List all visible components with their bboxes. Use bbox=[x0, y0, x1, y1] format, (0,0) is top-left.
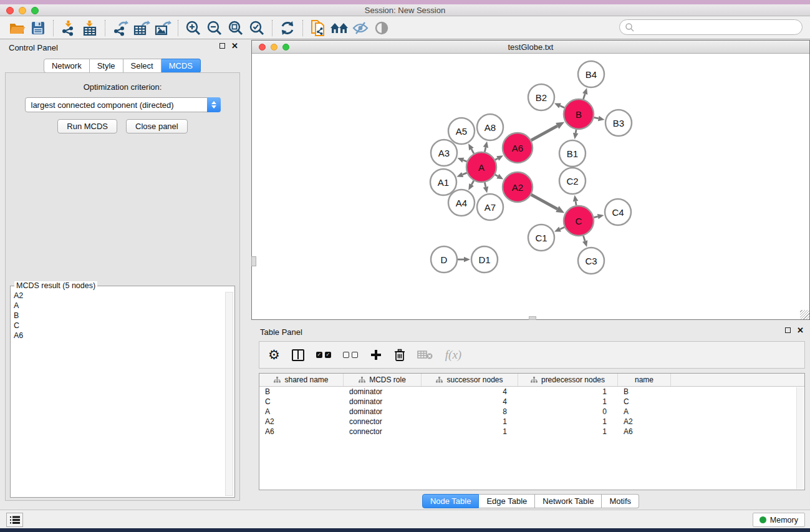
node-table[interactable]: shared nameMCDS rolesuccessor nodesprede… bbox=[259, 373, 805, 490]
cell-shared-name[interactable]: A6 bbox=[259, 427, 344, 436]
cell-predecessor-nodes[interactable]: 1 bbox=[518, 387, 618, 396]
export-network-icon[interactable] bbox=[110, 19, 131, 37]
tab-network-table[interactable]: Network Table bbox=[535, 494, 602, 508]
result-scrollbar[interactable] bbox=[225, 292, 233, 496]
close-panel-button[interactable]: Close panel bbox=[126, 119, 188, 133]
close-panel-icon[interactable]: ✕ bbox=[797, 327, 804, 333]
graph-node-D[interactable]: D bbox=[431, 246, 457, 273]
edge-C-C3[interactable] bbox=[582, 236, 587, 247]
table-row[interactable]: A2connector11A2 bbox=[259, 417, 804, 427]
cell-predecessor-nodes[interactable]: 0 bbox=[518, 407, 618, 416]
hide-selected-icon[interactable] bbox=[350, 19, 371, 37]
column-header-name[interactable]: name bbox=[618, 374, 671, 386]
add-row-icon[interactable] bbox=[370, 346, 382, 364]
edge-A-A4[interactable] bbox=[468, 181, 474, 190]
edge-A-A3[interactable] bbox=[457, 158, 466, 163]
cell-shared-name[interactable]: C bbox=[259, 397, 344, 406]
network-canvas[interactable]: B4B2BB3A5A8A6B1A3AC2A1A2A4A7C4CC1DD1C3 bbox=[252, 54, 809, 319]
minimize-network-button[interactable] bbox=[271, 44, 277, 51]
dropdown-stepper-icon[interactable] bbox=[207, 97, 221, 112]
run-mcds-button[interactable]: Run MCDS bbox=[57, 119, 117, 133]
import-network-icon[interactable] bbox=[58, 19, 79, 37]
result-item[interactable]: A bbox=[14, 301, 234, 311]
graph-node-A1[interactable]: A1 bbox=[430, 169, 456, 195]
delete-row-icon[interactable] bbox=[394, 346, 405, 364]
result-item[interactable]: A2 bbox=[14, 291, 234, 301]
export-image-icon[interactable] bbox=[152, 19, 173, 37]
tab-select[interactable]: Select bbox=[123, 59, 162, 73]
cell-name[interactable]: A2 bbox=[618, 417, 671, 426]
table-row[interactable]: Bdominator41B bbox=[259, 387, 804, 397]
cell-successor-nodes[interactable]: 4 bbox=[422, 387, 518, 396]
table-scrollbar[interactable] bbox=[796, 387, 804, 489]
graph-node-A[interactable]: A bbox=[466, 152, 496, 182]
edge-B-B2[interactable] bbox=[554, 103, 564, 108]
select-all-rows-icon[interactable]: ✓✓ bbox=[316, 346, 331, 364]
task-history-button[interactable] bbox=[6, 513, 23, 527]
edge-C-C2[interactable] bbox=[573, 195, 578, 206]
zoom-out-icon[interactable] bbox=[204, 19, 225, 37]
zoom-in-icon[interactable] bbox=[183, 19, 204, 37]
table-row[interactable]: A6connector11A6 bbox=[259, 427, 804, 437]
graph-node-B4[interactable]: B4 bbox=[578, 61, 604, 87]
column-header-shared-name[interactable]: shared name bbox=[259, 374, 344, 386]
cell-shared-name[interactable]: A bbox=[259, 407, 344, 416]
zoom-selected-icon[interactable] bbox=[246, 19, 268, 37]
edge-A2-C[interactable] bbox=[531, 195, 564, 213]
network-window-titlebar[interactable]: testGlobe.txt bbox=[252, 41, 809, 54]
export-table-icon[interactable] bbox=[131, 19, 152, 37]
cell-MCDS-role[interactable]: connector bbox=[344, 417, 422, 426]
close-network-button[interactable] bbox=[259, 44, 266, 51]
cell-predecessor-nodes[interactable]: 1 bbox=[518, 417, 618, 426]
tab-edge-table[interactable]: Edge Table bbox=[479, 494, 535, 508]
graph-node-C2[interactable]: C2 bbox=[559, 168, 586, 194]
save-session-icon[interactable] bbox=[27, 19, 49, 37]
result-item[interactable]: A6 bbox=[14, 331, 234, 341]
splitter-grip[interactable] bbox=[251, 256, 256, 266]
graph-node-C4[interactable]: C4 bbox=[605, 199, 631, 225]
splitter-grip[interactable] bbox=[529, 316, 536, 320]
cell-MCDS-role[interactable]: dominator bbox=[344, 397, 422, 406]
graph-node-C3[interactable]: C3 bbox=[578, 248, 604, 274]
edge-B-B4[interactable] bbox=[582, 88, 587, 99]
show-columns-icon[interactable] bbox=[292, 346, 304, 364]
cell-MCDS-role[interactable]: dominator bbox=[344, 387, 422, 396]
memory-button[interactable]: Memory bbox=[753, 513, 805, 527]
edge-C-C1[interactable] bbox=[554, 227, 564, 232]
search-input[interactable] bbox=[635, 21, 802, 34]
cell-MCDS-role[interactable]: connector bbox=[344, 427, 422, 436]
tab-motifs[interactable]: Motifs bbox=[602, 494, 639, 508]
edge-A-A5[interactable] bbox=[468, 143, 474, 153]
cell-shared-name[interactable]: A2 bbox=[259, 417, 344, 426]
cell-name[interactable]: A bbox=[618, 407, 671, 416]
edge-A-A8[interactable] bbox=[483, 141, 488, 152]
graph-node-A2[interactable]: A2 bbox=[503, 172, 533, 202]
cell-shared-name[interactable]: B bbox=[259, 387, 344, 396]
refresh-layout-icon[interactable] bbox=[277, 19, 298, 37]
deselect-all-rows-icon[interactable] bbox=[343, 346, 358, 364]
result-item[interactable]: C bbox=[14, 321, 234, 331]
graph-node-A6[interactable]: A6 bbox=[503, 133, 533, 163]
first-neighbors-icon[interactable] bbox=[329, 19, 350, 37]
graph-node-A7[interactable]: A7 bbox=[477, 194, 503, 220]
graph-node-B1[interactable]: B1 bbox=[559, 140, 586, 167]
zoom-window-button[interactable] bbox=[31, 7, 39, 14]
tab-style[interactable]: Style bbox=[90, 59, 123, 73]
graph-node-B[interactable]: B bbox=[564, 99, 594, 129]
tab-mcds[interactable]: MCDS bbox=[162, 59, 201, 73]
import-table-icon[interactable] bbox=[79, 19, 100, 37]
edge-A-A1[interactable] bbox=[456, 172, 466, 177]
cell-name[interactable]: A6 bbox=[618, 427, 671, 436]
show-all-icon[interactable] bbox=[371, 19, 392, 37]
cell-name[interactable]: B bbox=[618, 387, 671, 396]
cell-successor-nodes[interactable]: 8 bbox=[422, 407, 518, 416]
zoom-fit-icon[interactable] bbox=[225, 19, 246, 37]
graph-node-A5[interactable]: A5 bbox=[448, 118, 475, 144]
cell-MCDS-role[interactable]: dominator bbox=[344, 407, 422, 416]
zoom-network-button[interactable] bbox=[282, 44, 289, 51]
close-window-button[interactable] bbox=[6, 7, 14, 14]
table-row[interactable]: Adominator80A bbox=[259, 407, 804, 417]
column-header-MCDS-role[interactable]: MCDS role bbox=[344, 374, 422, 386]
column-header-predecessor-nodes[interactable]: predecessor nodes bbox=[518, 374, 618, 386]
graph-node-A4[interactable]: A4 bbox=[448, 190, 475, 216]
